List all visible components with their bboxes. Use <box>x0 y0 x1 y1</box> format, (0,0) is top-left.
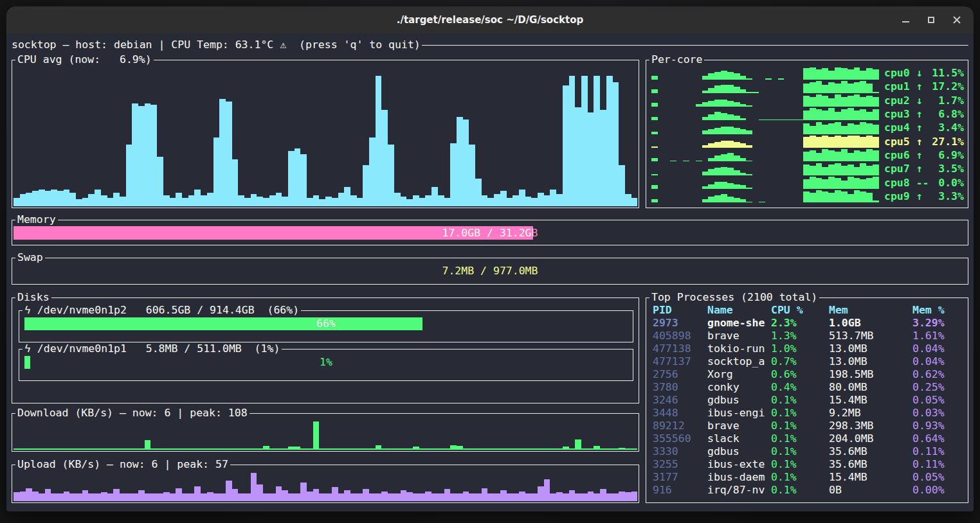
process-row[interactable]: 355560slack0.1%204.0MB0.64% <box>653 432 963 445</box>
chart-bar <box>581 76 588 206</box>
process-row[interactable]: 2973gnome-she2.3%1.0GB3.29% <box>653 317 963 330</box>
chart-bar <box>176 448 182 450</box>
spark-bar <box>708 101 714 107</box>
gauge-fill: 66% <box>24 317 422 330</box>
chart-bar <box>257 484 263 501</box>
chart-bar <box>350 195 357 206</box>
chart-bar <box>619 165 625 206</box>
spark-bar <box>651 158 658 162</box>
spark-bar <box>714 72 721 79</box>
chart-bar <box>238 448 244 450</box>
close-button[interactable] <box>949 12 965 28</box>
spark-bar <box>866 136 873 148</box>
process-row[interactable]: 3255ibus-exte0.1%35.6MB0.11% <box>653 458 963 471</box>
process-row[interactable]: 3246gdbus0.1%15.4MB0.05% <box>653 394 963 407</box>
process-row[interactable]: 477138tokio-run1.0%13.0MB0.04% <box>653 342 963 355</box>
chart-bar <box>163 448 170 450</box>
spark-bar <box>810 126 816 134</box>
spark-bar <box>765 78 772 80</box>
gauge-label: 17.0GB / 31.2GB <box>14 226 533 240</box>
spark-bar <box>873 109 879 120</box>
chart-bar <box>401 197 407 206</box>
core-name-arrow: cpu1 ↑ <box>884 80 923 93</box>
spark-bar <box>708 114 714 121</box>
cell-mem: 0B <box>829 484 912 497</box>
maximize-button[interactable] <box>923 12 939 28</box>
cell-memp: 0.05% <box>912 471 963 484</box>
core-percent: 3.3% <box>938 190 964 203</box>
disks-title: Disks <box>15 291 51 304</box>
window-titlebar[interactable]: ./target/release/soc ~/D/G/socktop <box>6 6 974 33</box>
process-row[interactable]: 477137socktop_a0.7%13.0MB0.04% <box>653 355 963 368</box>
spark-bar <box>841 81 848 93</box>
spark-bar <box>740 89 747 93</box>
chart-bar <box>588 112 594 206</box>
chart-bar <box>444 489 451 501</box>
chart-bar <box>300 483 307 501</box>
chart-bar <box>226 102 232 206</box>
chart-bar <box>282 197 288 206</box>
chart-bar <box>394 493 401 501</box>
process-row[interactable]: 3177ibus-daem0.1%15.4MB0.05% <box>653 471 963 484</box>
spark-bar <box>746 78 752 80</box>
cell-memp: 0.62% <box>912 368 963 381</box>
core-name-arrow: cpu8 -- <box>884 177 929 190</box>
chart-bar <box>419 448 426 450</box>
column-header[interactable]: CPU % <box>771 304 829 317</box>
spark-bar <box>696 104 702 107</box>
spark-bar <box>651 174 658 175</box>
spark-bar <box>873 200 879 203</box>
chart-bar <box>126 493 132 501</box>
chart-bar <box>588 492 594 501</box>
chart-bar <box>475 493 482 501</box>
chart-bar <box>132 448 138 450</box>
process-row[interactable]: 2756Xorg0.6%198.5MB0.62% <box>653 368 963 381</box>
spark-bar <box>822 68 828 79</box>
cell-pid: 3246 <box>653 394 707 407</box>
process-row[interactable]: 3448ibus-engi0.1%9.2MB0.03% <box>653 407 963 420</box>
chart-bar <box>188 493 195 501</box>
chart-bar <box>244 448 251 450</box>
chart-bar <box>276 448 282 450</box>
spark-bar <box>727 114 734 121</box>
spark-bar <box>714 85 721 93</box>
spark-bar <box>873 97 879 107</box>
spark-bar <box>702 172 709 175</box>
column-header[interactable]: Mem % <box>912 304 963 317</box>
core-row-cpu1: cpu1 ↑17.2% <box>651 80 964 93</box>
chart-bar <box>406 448 413 450</box>
chart-bar <box>295 447 301 450</box>
chart-bar <box>170 493 176 501</box>
process-row[interactable]: 89212brave0.1%298.3MB0.93% <box>653 420 963 432</box>
cell-mem: 13.0MB <box>829 355 912 368</box>
column-header[interactable]: Mem <box>829 304 912 317</box>
process-row[interactable]: 3330gdbus0.1%35.6MB0.11% <box>653 445 963 458</box>
cell-pid: 3330 <box>653 445 707 458</box>
cell-memp: 0.04% <box>912 355 963 368</box>
cell-cpu: 1.3% <box>771 330 829 342</box>
process-row[interactable]: 405898brave1.3%513.7MB1.61% <box>653 330 963 342</box>
spark-bar <box>828 98 835 107</box>
chart-bar <box>482 488 488 501</box>
chart-bar <box>150 448 157 450</box>
chart-bar <box>500 191 507 206</box>
chart-bar <box>475 448 482 450</box>
chart-bar <box>487 448 494 450</box>
cell-mem: 35.6MB <box>829 458 912 471</box>
process-row[interactable]: 916irq/87-nv0.1%0B0.00% <box>653 484 963 497</box>
chart-bar <box>45 489 51 501</box>
chart-bar <box>57 448 64 450</box>
spark-bar <box>651 76 658 80</box>
chart-bar <box>88 448 95 450</box>
spark-bar <box>835 122 841 134</box>
spark-bar <box>828 108 835 120</box>
spark-bar <box>734 184 740 190</box>
column-header[interactable]: Name <box>707 304 771 317</box>
spark-bar <box>714 155 721 162</box>
per-core-panel: Per-core cpu0 ↓11.5%cpu1 ↑17.2%cpu2 ↓1.7… <box>646 60 968 208</box>
minimize-button[interactable] <box>898 12 913 28</box>
column-header[interactable]: PID <box>653 304 707 317</box>
process-row[interactable]: 3780conky0.4%80.0MB0.25% <box>653 381 963 394</box>
spark-bar <box>873 150 879 161</box>
spark-bar <box>721 113 727 120</box>
